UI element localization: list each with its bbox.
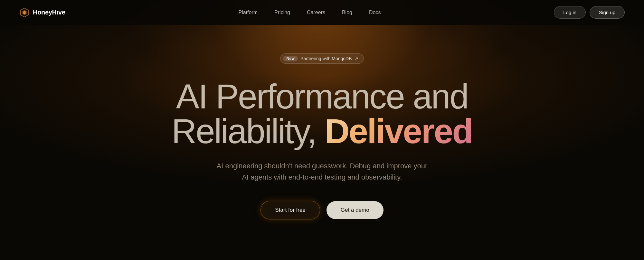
headline-delivered: Delivered: [325, 112, 472, 151]
badge-new-label: New: [283, 56, 298, 61]
logo[interactable]: HoneyHive: [19, 7, 65, 18]
badge-arrow-icon: ↗: [355, 56, 358, 61]
badge-text: Partnering with MongoDB: [300, 56, 352, 61]
start-for-free-button[interactable]: Start for free: [260, 201, 320, 219]
nav-links: Platform Pricing Careers Blog Docs: [230, 7, 389, 18]
logo-icon: [19, 7, 30, 18]
hero-subtext: AI engineering shouldn't need guesswork.…: [213, 160, 431, 183]
headline-line2-prefix: Reliability,: [172, 112, 325, 151]
hero-buttons: Start for free Get a demo: [172, 201, 472, 219]
login-button[interactable]: Log in: [554, 6, 586, 19]
navbar-actions: Log in Sign up: [554, 6, 625, 19]
nav-pricing[interactable]: Pricing: [266, 7, 298, 18]
navbar: HoneyHive Platform Pricing Careers Blog …: [0, 0, 644, 25]
signup-button[interactable]: Sign up: [590, 6, 625, 19]
nav-careers[interactable]: Careers: [298, 7, 334, 18]
hero-content: New Partnering with MongoDB ↗ AI Perform…: [159, 53, 485, 219]
announcement-badge[interactable]: New Partnering with MongoDB ↗: [280, 53, 364, 64]
hero-headline: AI Performance and Reliability, Delivere…: [172, 79, 472, 149]
nav-blog[interactable]: Blog: [334, 7, 361, 18]
nav-platform[interactable]: Platform: [230, 7, 266, 18]
get-demo-button[interactable]: Get a demo: [327, 201, 384, 219]
hero-section: New Partnering with MongoDB ↗ AI Perform…: [0, 0, 644, 260]
nav-docs[interactable]: Docs: [361, 7, 389, 18]
headline-line2: Reliability, Delivered: [172, 114, 472, 149]
logo-text: HoneyHive: [33, 9, 65, 16]
headline-line1: AI Performance and: [172, 79, 472, 114]
